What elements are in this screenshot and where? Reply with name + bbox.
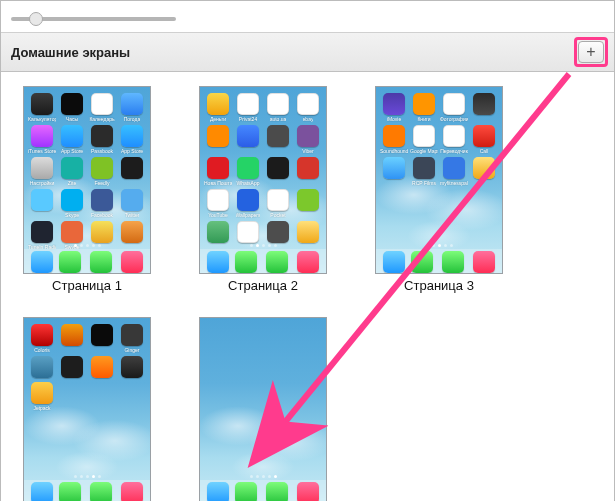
app-icon[interactable]: [28, 189, 56, 218]
app-icon[interactable]: Деньги: [204, 93, 232, 122]
app-icon-label: Skype: [65, 212, 79, 218]
app-icon[interactable]: Телефон: [59, 251, 81, 274]
home-screen-page: MailТелефонСообщенияМузыкаСтраница 5: [199, 317, 327, 501]
app-icon[interactable]: [88, 356, 116, 379]
app-icon[interactable]: [294, 189, 322, 218]
app-icon[interactable]: iTunes Store: [28, 125, 56, 154]
app-icon[interactable]: YouTube: [204, 189, 232, 218]
home-screen-thumbnail[interactable]: iMovieКнигиФотографииSoundhoundGoogle Ma…: [375, 86, 503, 274]
app-icon[interactable]: Mail: [207, 482, 229, 501]
app-icon[interactable]: Календарь: [88, 93, 116, 122]
app-icon[interactable]: [264, 221, 292, 244]
app-icon[interactable]: Call: [470, 125, 498, 154]
app-icon[interactable]: [88, 324, 116, 353]
app-icon[interactable]: [470, 93, 498, 122]
app-icon[interactable]: Музыка: [121, 482, 143, 501]
app-icon[interactable]: Сообщения: [264, 482, 291, 501]
app-icon[interactable]: Сообщения: [440, 251, 467, 274]
page-dot: [274, 244, 277, 247]
app-icon[interactable]: Facebook: [88, 189, 116, 218]
app-icon[interactable]: [118, 157, 146, 186]
app-icon[interactable]: [58, 356, 86, 379]
app-icon[interactable]: [294, 221, 322, 244]
app-icon-tile: [61, 93, 83, 115]
app-icon[interactable]: [28, 356, 56, 379]
app-icon[interactable]: Ginger: [118, 324, 146, 353]
home-screen-thumbnail[interactable]: MailТелефонСообщенияМузыка: [199, 317, 327, 501]
app-icon[interactable]: Часы: [58, 93, 86, 122]
app-icon-tile: [443, 157, 465, 179]
app-icon[interactable]: Skype: [58, 189, 86, 218]
app-icon-tile: [91, 356, 113, 378]
app-icon[interactable]: iMovie: [380, 93, 408, 122]
home-screen-thumbnail[interactable]: ДеньгиPrivat24auto.uaebayViberНова Пошта…: [199, 86, 327, 274]
app-icon[interactable]: [294, 157, 322, 186]
app-icon[interactable]: RCP Films: [410, 157, 438, 186]
app-icon[interactable]: [204, 221, 232, 244]
app-icon[interactable]: [234, 125, 262, 154]
app-icon-tile: [297, 157, 319, 179]
app-icon[interactable]: Wallpapers: [234, 189, 262, 218]
app-icon[interactable]: Настройки: [28, 157, 56, 186]
app-icon[interactable]: Телефон: [235, 482, 257, 501]
app-icon[interactable]: Passbook: [88, 125, 116, 154]
page-dot: [80, 244, 83, 247]
app-icon[interactable]: ebay: [294, 93, 322, 122]
app-icon[interactable]: Телефон: [59, 482, 81, 501]
app-icon[interactable]: Музыка: [121, 251, 143, 274]
app-icon[interactable]: Книги: [410, 93, 438, 122]
page-dot: [450, 244, 453, 247]
app-icon[interactable]: Pocket: [264, 189, 292, 218]
app-icon[interactable]: Viber: [294, 125, 322, 154]
app-icon[interactable]: Сообщения: [88, 251, 115, 274]
home-screen-thumbnail[interactable]: ColorisGingerJetpackMailТелефонСообщения…: [23, 317, 151, 501]
app-icon[interactable]: Mail: [207, 251, 229, 274]
app-icon[interactable]: [234, 221, 262, 244]
app-icon[interactable]: Калькулятор: [28, 93, 56, 122]
app-icon[interactable]: [264, 157, 292, 186]
add-page-button[interactable]: +: [578, 41, 604, 63]
app-icon[interactable]: Twitter: [118, 189, 146, 218]
app-icon[interactable]: myfitnesspal: [440, 157, 468, 186]
page-caption: Страница 2: [199, 278, 327, 293]
app-icon[interactable]: Mail: [31, 482, 53, 501]
app-icon[interactable]: Сообщения: [88, 482, 115, 501]
app-icon[interactable]: auto.ua: [264, 93, 292, 122]
zoom-slider[interactable]: [11, 9, 176, 24]
app-icon[interactable]: Mail: [383, 251, 405, 274]
app-icon[interactable]: Музыка: [297, 251, 319, 274]
app-icon[interactable]: Музыка: [297, 482, 319, 501]
app-icon[interactable]: Mail: [31, 251, 53, 274]
app-icon[interactable]: [204, 125, 232, 154]
app-icon[interactable]: Feedly: [88, 157, 116, 186]
app-icon[interactable]: Погода: [118, 93, 146, 122]
app-icon[interactable]: Coloris: [28, 324, 56, 353]
app-icon[interactable]: Фотографии: [440, 93, 468, 122]
zoom-slider-input[interactable]: [11, 17, 176, 21]
app-icon[interactable]: Телефон: [411, 251, 433, 274]
app-icon-tile: [383, 93, 405, 115]
app-icon[interactable]: [118, 356, 146, 379]
page-dot: [98, 244, 101, 247]
app-icon[interactable]: App Store: [118, 125, 146, 154]
app-icon[interactable]: [58, 324, 86, 353]
app-icon[interactable]: Soundhound: [380, 125, 408, 154]
app-icon[interactable]: Privat24: [234, 93, 262, 122]
app-icon[interactable]: [470, 157, 498, 186]
app-icon-tile: [383, 251, 405, 273]
app-icon[interactable]: Телефон: [235, 251, 257, 274]
app-icon-tile: [413, 157, 435, 179]
app-icon[interactable]: Сообщения: [264, 251, 291, 274]
app-icon[interactable]: Музыка: [473, 251, 495, 274]
app-icon-tile: [121, 189, 143, 211]
app-icon[interactable]: Переводчик: [440, 125, 468, 154]
app-icon[interactable]: [264, 125, 292, 154]
app-icon[interactable]: Google Maps: [410, 125, 438, 154]
app-icon[interactable]: WhatsApp: [234, 157, 262, 186]
app-icon[interactable]: Jetpack: [28, 382, 56, 411]
app-icon[interactable]: App Store: [58, 125, 86, 154]
home-screen-thumbnail[interactable]: КалькуляторЧасыКалендарьПогодаiTunes Sto…: [23, 86, 151, 274]
app-icon[interactable]: [380, 157, 408, 186]
app-icon[interactable]: Нова Пошта: [204, 157, 232, 186]
app-icon[interactable]: Zite: [58, 157, 86, 186]
